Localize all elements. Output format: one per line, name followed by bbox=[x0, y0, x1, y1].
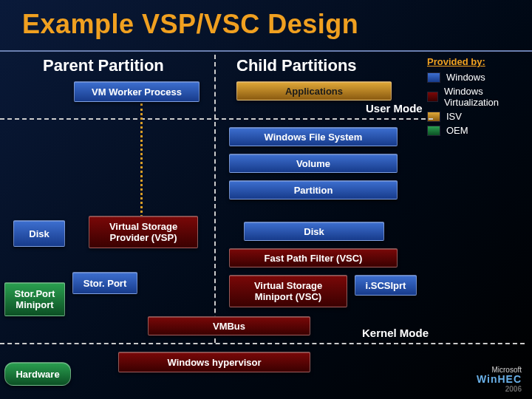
divider-user-kernel bbox=[0, 118, 433, 120]
box-storport: Stor. Port bbox=[72, 272, 137, 294]
box-vmbus: VMBus bbox=[148, 316, 310, 335]
divider-vertical-partitions bbox=[214, 55, 216, 343]
swatch-windows bbox=[427, 72, 440, 83]
box-windows-file-system: Windows File System bbox=[229, 127, 398, 146]
footer-ms: Microsoft bbox=[477, 366, 522, 374]
box-disk-child: Disk bbox=[244, 222, 384, 241]
box-vm-worker-process: VM Worker Process bbox=[74, 81, 200, 102]
legend-row-windows: Windows bbox=[427, 72, 522, 83]
footer-winhec: WinHEC bbox=[477, 374, 522, 385]
diagram-stage: Parent Partition Child Partitions Provid… bbox=[0, 52, 532, 399]
box-disk-parent: Disk bbox=[13, 220, 65, 247]
label-user-mode: User Mode bbox=[366, 102, 423, 115]
link-vmworker-vsp bbox=[140, 103, 143, 222]
slide-title: Example VSP/VSC Design bbox=[0, 0, 532, 52]
swatch-wv bbox=[427, 92, 438, 102]
box-fast-path-filter: Fast Path Filter (VSC) bbox=[229, 248, 398, 267]
legend-label: Windows bbox=[446, 72, 485, 83]
legend-label: Windows Virtualization bbox=[444, 86, 522, 108]
box-volume: Volume bbox=[229, 154, 398, 173]
legend-label: OEM bbox=[446, 125, 468, 136]
box-storport-miniport: Stor.Port Miniport bbox=[4, 282, 65, 316]
heading-child-partitions: Child Partitions bbox=[236, 56, 357, 75]
legend-row-wv: Windows Virtualization bbox=[427, 86, 522, 108]
box-hypervisor: Windows hypervisor bbox=[118, 352, 310, 372]
box-virtual-storage-miniport: Virtual Storage Miniport (VSC) bbox=[229, 275, 347, 307]
legend-row-oem: OEM bbox=[427, 125, 522, 136]
divider-kernel-hypervisor bbox=[0, 343, 525, 344]
legend-header: Provided by: bbox=[427, 56, 522, 67]
box-hardware: Hardware bbox=[4, 362, 71, 386]
swatch-oem bbox=[427, 126, 440, 136]
box-applications: Applications bbox=[236, 81, 392, 100]
label-kernel-mode: Kernel Mode bbox=[362, 327, 429, 339]
box-partition: Partition bbox=[229, 180, 398, 200]
swatch-isv bbox=[427, 112, 440, 122]
box-vsp: Virtual Storage Provider (VSP) bbox=[89, 216, 198, 248]
heading-parent-partition: Parent Partition bbox=[43, 56, 164, 75]
legend: Provided by: Windows Windows Virtualizat… bbox=[427, 56, 522, 139]
legend-row-isv: ISV bbox=[427, 111, 522, 122]
footer-logo: Microsoft WinHEC 2006 bbox=[477, 366, 522, 393]
box-iscsiprt: i.SCSIprt bbox=[355, 275, 417, 296]
legend-label: ISV bbox=[446, 111, 462, 122]
footer-year: 2006 bbox=[477, 385, 522, 393]
